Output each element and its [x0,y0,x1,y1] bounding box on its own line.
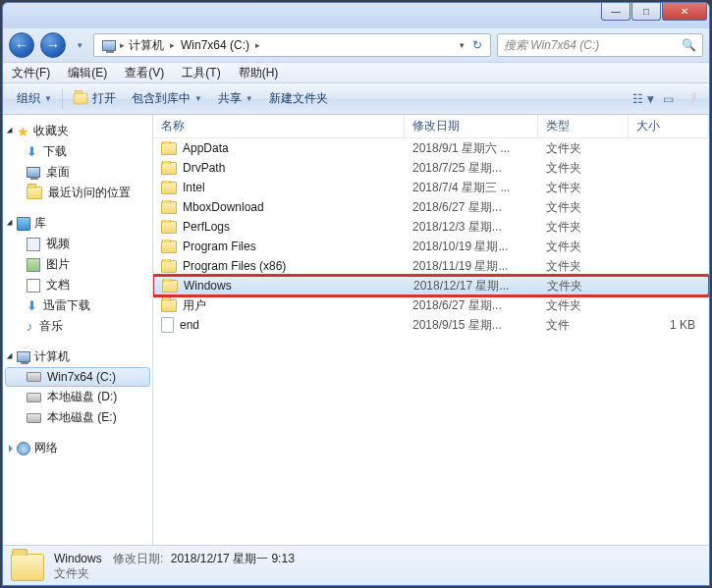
libraries-group[interactable]: 库 [5,213,150,234]
help-button[interactable]: ❔ [680,87,703,111]
nav-item-pictures[interactable]: 图片 [5,254,150,275]
nav-item-downloads[interactable]: ⬇下载 [5,141,150,162]
navigation-row: ← → ▾ ▸ 计算机 ▸ Win7x64 (C:) ▸ ▾ ↻ 搜索 Win7… [3,28,709,62]
preview-pane-button[interactable]: ▭ [656,87,680,111]
file-row[interactable]: Program Files2018/10/19 星期...文件夹 [153,237,709,256]
open-button[interactable]: 打开 [65,87,124,111]
file-row[interactable]: Windows2018/12/17 星期...文件夹 [153,276,709,295]
column-date[interactable]: 修改日期 [405,115,538,137]
menu-edit[interactable]: 编辑(E) [59,63,116,82]
file-date: 2018/10/19 星期... [405,239,538,255]
nav-item-videos[interactable]: 视频 [5,234,150,254]
file-type: 文件 [538,317,629,334]
computer-group[interactable]: 计算机 [5,347,150,367]
nav-item-drive-e[interactable]: 本地磁盘 (E:) [5,407,150,428]
chevron-down-icon: ▼ [44,94,52,103]
forward-button[interactable]: → [40,32,66,58]
breadcrumb-label: Win7x64 (C:) [181,38,249,52]
folder-open-icon [74,93,87,105]
titlebar[interactable]: — □ ✕ [3,3,709,28]
chevron-down-icon[interactable]: ▾ [460,40,465,50]
breadcrumb-drive[interactable]: Win7x64 (C:) [177,38,253,52]
file-row[interactable]: Intel2018/7/4 星期三 ...文件夹 [153,178,709,197]
refresh-button[interactable]: ↻ [468,38,486,52]
new-folder-button[interactable]: 新建文件夹 [261,87,336,111]
nav-item-xunlei[interactable]: ⬇迅雷下载 [5,295,150,316]
drive-icon [27,372,41,382]
file-row[interactable]: DrvPath2018/7/25 星期...文件夹 [153,158,709,178]
menu-help[interactable]: 帮助(H) [230,63,288,82]
menu-view[interactable]: 查看(V) [116,63,173,82]
file-row[interactable]: Program Files (x86)2018/11/19 星期...文件夹 [153,256,709,276]
nav-item-desktop[interactable]: 桌面 [5,162,150,183]
details-thumbnail [11,550,44,583]
chevron-down-icon: ▼ [194,94,202,103]
search-icon: 🔍 [682,38,696,52]
file-type: 文件夹 [538,180,629,196]
column-name[interactable]: 名称 [153,115,405,137]
minimize-button[interactable]: — [601,3,630,21]
column-size[interactable]: 大小 [629,115,709,137]
picture-icon [27,258,40,272]
folder-icon [27,187,42,199]
file-date: 2018/12/3 星期... [405,219,538,236]
details-type: 文件夹 [54,566,295,581]
search-input[interactable]: 搜索 Win7x64 (C:) 🔍 [497,33,703,57]
nav-item-recent[interactable]: 最近访问的位置 [5,183,150,203]
folder-icon [162,280,178,293]
file-name: Windows [184,279,232,293]
history-dropdown[interactable]: ▾ [72,35,87,55]
file-icon [161,317,174,333]
file-type: 文件夹 [538,140,629,157]
library-icon [17,217,30,231]
chevron-right-icon: ▸ [120,40,125,50]
nav-item-music[interactable]: ♪音乐 [5,316,150,337]
file-type: 文件夹 [539,278,630,294]
file-name: end [180,318,199,332]
back-button[interactable]: ← [9,32,34,58]
column-headers: 名称 修改日期 类型 大小 [153,115,709,138]
folder-icon [161,221,177,234]
file-name: Program Files [183,240,256,253]
share-button[interactable]: 共享▼ [210,87,261,111]
nav-item-documents[interactable]: 文档 [5,275,150,295]
menu-tools[interactable]: 工具(T) [173,63,229,82]
favorites-group[interactable]: ★收藏夹 [5,121,150,141]
file-row[interactable]: end2018/9/15 星期...文件1 KB [153,315,709,335]
breadcrumb[interactable]: ▸ 计算机 ▸ Win7x64 (C:) ▸ ▾ ↻ [93,33,491,57]
file-date: 2018/7/4 星期三 ... [405,180,538,196]
close-button[interactable]: ✕ [662,3,707,21]
nav-item-drive-d[interactable]: 本地磁盘 (D:) [5,387,150,407]
file-row[interactable]: PerfLogs2018/12/3 星期...文件夹 [153,217,709,237]
file-name: PerfLogs [183,220,230,234]
menu-file[interactable]: 文件(F) [3,63,59,82]
file-date: 2018/7/25 星期... [405,160,538,177]
column-type[interactable]: 类型 [538,115,629,137]
document-icon [27,279,40,293]
chevron-right-icon: ▸ [170,40,175,50]
organize-button[interactable]: 组织▼ [9,87,60,111]
network-group[interactable]: 网络 [5,438,150,458]
folder-icon [161,241,177,253]
search-placeholder: 搜索 Win7x64 (C:) [504,37,599,54]
include-in-library-button[interactable]: 包含到库中▼ [124,87,210,111]
file-type: 文件夹 [538,258,629,275]
file-row[interactable]: AppData2018/9/1 星期六 ...文件夹 [153,138,709,158]
file-row[interactable]: 用户2018/6/27 星期...文件夹 [153,295,709,315]
file-name: Intel [183,181,205,194]
file-date: 2018/9/15 星期... [405,317,538,334]
breadcrumb-computer[interactable]: ▸ 计算机 [98,37,168,54]
file-list-pane: 名称 修改日期 类型 大小 AppData2018/9/1 星期六 ...文件夹… [153,115,709,545]
maximize-button[interactable]: □ [631,3,661,21]
file-row[interactable]: MboxDownload2018/6/27 星期...文件夹 [153,197,709,217]
details-date-label: 修改日期: [113,552,163,565]
video-icon [27,238,40,251]
drive-icon [27,413,41,423]
file-type: 文件夹 [538,199,629,216]
file-date: 2018/12/17 星期... [406,278,539,294]
file-type: 文件夹 [538,297,629,314]
nav-item-drive-c[interactable]: Win7x64 (C:) [5,367,150,387]
file-name: MboxDownload [183,200,264,214]
view-options-button[interactable]: ☷▼ [632,87,656,111]
navigation-pane: ★收藏夹 ⬇下载 桌面 最近访问的位置 库 视频 图片 文档 ⬇迅雷下载 ♪音乐… [3,115,153,545]
